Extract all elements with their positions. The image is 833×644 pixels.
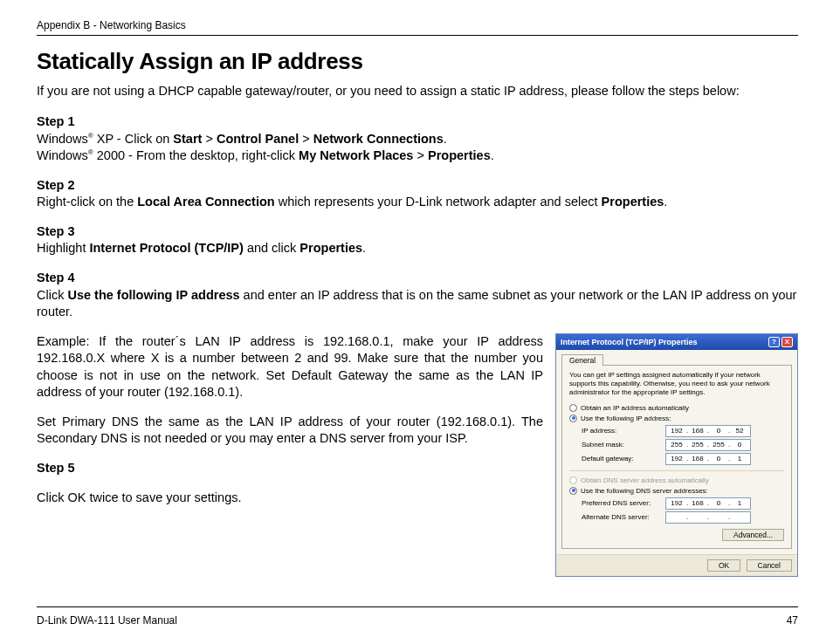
help-icon[interactable]: ? [768, 337, 780, 347]
octet[interactable]: 0 [710, 499, 727, 507]
gateway-input[interactable]: 192. 168. 0. 1 [665, 453, 751, 465]
octet[interactable]: 0 [710, 455, 727, 462]
step1-xp: Windows® XP - Click on Start > Control P… [37, 131, 798, 148]
ip-address-input[interactable]: 192. 168. 0. 52 [665, 425, 751, 437]
radio-label: Obtain an IP address automatically [581, 404, 689, 412]
preferred-dns-input[interactable]: 192. 168. 0. 1 [665, 497, 751, 510]
period: . [362, 241, 366, 255]
radio-obtain-dns: Obtain DNS server address automatically [569, 476, 784, 484]
field-subnet: Subnet mask: 255. 255. 255. 0 [582, 439, 784, 451]
advanced-button[interactable]: Advanced... [722, 529, 784, 541]
step1-xp-win: Windows [37, 132, 88, 146]
octet[interactable]: 0 [710, 427, 727, 435]
dialog-panel: You can get IP settings assigned automat… [561, 365, 792, 549]
step4-useip: Use the following IP address [67, 288, 239, 302]
radio-icon [569, 414, 577, 422]
octet[interactable]: 168 [689, 455, 706, 462]
t: Click [37, 288, 67, 302]
period: . [444, 132, 447, 146]
field-gateway: Default gateway: 192. 168. 0. 1 [582, 453, 784, 465]
footer-left: D-Link DWA-111 User Manual [37, 614, 177, 627]
octet[interactable]: 1 [731, 455, 748, 462]
step3-head: Step 3 [37, 223, 798, 241]
step1-2000: Windows® 2000 - From the desktop, right-… [37, 147, 798, 165]
tcpip-properties-dialog: Internet Protocol (TCP/IP) Properties ? … [555, 333, 798, 577]
octet[interactable]: 192 [668, 427, 685, 435]
step3-text: Highlight Internet Protocol (TCP/IP) and… [37, 240, 798, 257]
label-ip: IP address: [582, 427, 665, 435]
subnet-mask-input[interactable]: 255. 255. 255. 0 [665, 439, 751, 451]
octet[interactable]: 0 [731, 441, 748, 449]
label-adns: Alternate DNS server: [582, 513, 665, 521]
label-gateway: Default gateway: [582, 455, 665, 462]
page-title: Statically Assign an IP address [37, 48, 798, 75]
step5-text: Click OK twice to save your settings. [37, 490, 543, 507]
field-alternate-dns: Alternate DNS server: . . . [582, 511, 784, 524]
octet[interactable]: 168 [689, 499, 706, 507]
intro-text: If you are not using a DHCP capable gate… [37, 84, 798, 98]
radio-icon [569, 404, 577, 412]
radio-use-dns[interactable]: Use the following DNS server addresses: [569, 487, 784, 495]
step1-2k-os: 2000 - From the desktop, right-click [93, 148, 299, 162]
example1-text: Example: If the router´s LAN IP address … [37, 333, 543, 401]
octet[interactable]: 192 [668, 499, 685, 507]
ok-button[interactable]: OK [707, 559, 740, 572]
tab-general[interactable]: General [561, 354, 603, 366]
dialog-description: You can get IP settings assigned automat… [569, 371, 784, 397]
dialog-title-text: Internet Protocol (TCP/IP) Properties [561, 338, 698, 346]
step4-head: Step 4 [37, 270, 798, 287]
alternate-dns-input[interactable]: . . . [665, 511, 751, 524]
field-preferred-dns: Preferred DNS server: 192. 168. 0. 1 [582, 497, 784, 510]
step5-head: Step 5 [37, 460, 543, 477]
step3-props: Properties [299, 241, 362, 255]
cancel-button[interactable]: Cancel [747, 559, 792, 572]
radio-label: Use the following DNS server addresses: [581, 487, 708, 495]
sep: > [299, 132, 313, 146]
label-subnet: Subnet mask: [582, 441, 665, 449]
header-rule [37, 35, 798, 36]
breadcrumb: Appendix B - Networking Basics [37, 19, 798, 31]
octet[interactable]: 1 [731, 499, 748, 507]
sep: > [413, 148, 428, 162]
radio-obtain-ip[interactable]: Obtain an IP address automatically [569, 404, 784, 412]
radio-label: Use the following IP address: [581, 414, 671, 422]
field-ip-address: IP address: 192. 168. 0. 52 [582, 425, 784, 437]
period: . [664, 195, 667, 209]
t: and click [244, 241, 299, 255]
dialog-titlebar[interactable]: Internet Protocol (TCP/IP) Properties ? … [556, 334, 797, 350]
radio-icon [569, 487, 577, 495]
radio-label: Obtain DNS server address automatically [581, 476, 709, 484]
t: which represents your D-Link network ada… [275, 195, 602, 209]
step1-xp-start: Start [173, 132, 202, 146]
step1-xp-nc: Network Connections [313, 132, 444, 146]
step2-props: Properties [602, 195, 664, 209]
step2-text: Right-click on the Local Area Connection… [37, 194, 798, 211]
example-column: Example: If the router´s LAN IP address … [37, 333, 543, 519]
period: . [491, 148, 494, 162]
step2-head: Step 2 [37, 177, 798, 195]
label-pdns: Preferred DNS server: [582, 499, 665, 507]
radio-use-ip[interactable]: Use the following IP address: [569, 414, 784, 422]
step1-2k-mnp: My Network Places [299, 148, 413, 162]
step1-2k-props: Properties [428, 148, 491, 162]
footer-rule [37, 606, 798, 607]
step1-xp-cp: Control Panel [217, 132, 299, 146]
octet[interactable]: 255 [710, 441, 727, 449]
radio-icon [569, 476, 577, 484]
octet[interactable]: 192 [668, 455, 685, 462]
t: Highlight [37, 241, 89, 255]
dialog-footer: OK Cancel [556, 554, 797, 576]
octet[interactable]: 255 [689, 441, 706, 449]
page-number: 47 [787, 614, 798, 627]
page-footer: D-Link DWA-111 User Manual 47 [37, 598, 798, 627]
octet[interactable]: 168 [689, 427, 706, 435]
step4-text: Click Use the following IP address and e… [37, 287, 798, 321]
step1-2k-win: Windows [37, 148, 88, 162]
close-icon[interactable]: X [781, 337, 793, 347]
example2-text: Set Primary DNS the same as the LAN IP a… [37, 414, 543, 448]
octet[interactable]: 52 [731, 427, 748, 435]
t: Right-click on the [37, 195, 137, 209]
octet[interactable]: 255 [668, 441, 685, 449]
content-body: Step 1 Windows® XP - Click on Start > Co… [37, 113, 798, 577]
dialog-separator [569, 470, 784, 471]
